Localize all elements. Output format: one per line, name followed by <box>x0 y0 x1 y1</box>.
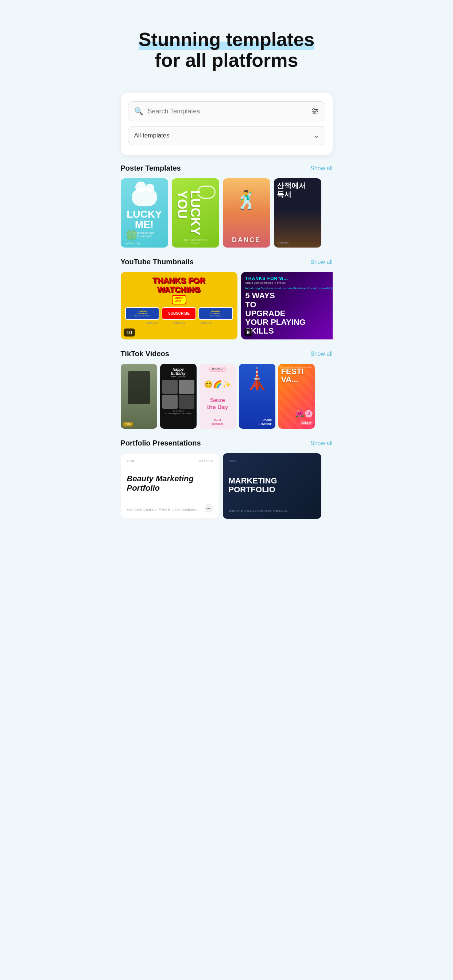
shamrock-icon: 🍀 <box>124 229 139 244</box>
youtube-section-title: YouTube Thumbnails <box>121 258 194 266</box>
eiffel-tower-icon: 🗼 <box>243 368 271 390</box>
poster-item-lucky-you[interactable]: LUCKYYOU 행운이 당신과 함께하길only you <box>172 178 219 248</box>
portfolio-beauty-sub: 뷰티 마케팅 포트폴리오 콘텐츠 등 다양한 포트폴리오를 담았습니다. <box>127 508 200 512</box>
tiktok-section: TikTok Videos Show all 🏷 클립 HappyBirthda… <box>113 341 340 430</box>
poster-item-lucky-me[interactable]: LUCKYME! May the fortunebe with you 🍀 st… <box>121 178 168 248</box>
poster-item-korean[interactable]: 산책에서독서 자연속에서 <box>274 178 321 248</box>
search-icon: 🔍 <box>134 107 144 116</box>
search-input[interactable] <box>148 108 307 115</box>
filter-button[interactable] <box>311 107 319 115</box>
poster-item-dance[interactable]: 🕺 DANCE <box>223 178 270 248</box>
youtube-section-header: YouTube Thumbnails Show all <box>121 258 333 266</box>
tiktok-section-header: TikTok Videos Show all <box>121 350 333 358</box>
portfolio-section-title: Portfolio Presentations <box>121 439 201 447</box>
yt-count-badge-2: 8 <box>244 328 253 337</box>
yt-item-gaming-1[interactable]: THANKS FORWATCHING MOREVIDS GAMINGCHANNE… <box>121 272 238 339</box>
search-bar[interactable]: 🔍 <box>128 101 325 121</box>
poster-section: Poster Templates Show all LUCKYME! May t… <box>113 155 340 249</box>
tiktok-show-all[interactable]: Show all <box>310 351 332 357</box>
object-shape <box>128 371 150 404</box>
poster-show-all[interactable]: Show all <box>310 165 332 172</box>
search-card: 🔍 All templates ⌄ <box>121 92 333 155</box>
youtube-grid: THANKS FORWATCHING MOREVIDS GAMINGCHANNE… <box>121 272 333 341</box>
youtube-show-all[interactable]: Show all <box>310 259 332 266</box>
yt-count-badge-1: 10 <box>124 328 135 337</box>
poster-grid: LUCKYME! May the fortunebe with you 🍀 st… <box>121 178 333 249</box>
tiktok-item-birthday[interactable]: HappyBirthday to the Happiest 09 05 2025… <box>160 364 196 429</box>
tiktok-item-nature[interactable]: 🏷 클립 <box>121 364 157 429</box>
flowers-icon: 🌺🌸 <box>295 409 313 418</box>
poster-section-header: Poster Templates Show all <box>121 164 333 172</box>
svg-point-4 <box>316 110 317 112</box>
dropdown-label: All templates <box>134 132 170 139</box>
hero-title: Stunning templates for all platforms <box>128 29 325 71</box>
portfolio-item-beauty[interactable]: 2020 KIM MIRI Beauty Marketing Portfolio… <box>121 453 219 519</box>
portfolio-item-marketing[interactable]: 20XX MARKETING PORTFOLIO 20XX 마케팅 포트폴리오 … <box>223 453 321 519</box>
svg-point-3 <box>313 109 314 110</box>
dance-figure-icon: 🕺 <box>235 189 258 210</box>
portfolio-show-all[interactable]: Show all <box>310 440 332 447</box>
portfolio-section: Portfolio Presentations Show all 2020 KI… <box>113 430 340 520</box>
portfolio-section-header: Portfolio Presentations Show all <box>121 439 333 447</box>
youtube-section: YouTube Thumbnails Show all THANKS FORWA… <box>113 249 340 341</box>
hero-section: Stunning templates for all platforms <box>113 0 340 85</box>
poster-section-title: Poster Templates <box>121 164 181 172</box>
portfolio-grid: 2020 KIM MIRI Beauty Marketing Portfolio… <box>121 453 333 520</box>
template-dropdown[interactable]: All templates ⌄ <box>128 126 325 145</box>
portfolio-beauty-icon: → <box>204 504 213 512</box>
tiktok-item-festival[interactable]: FESTIVA... 🌺🌸 SALE ≫ Choose to win summe… <box>278 364 315 429</box>
yt-item-gaming-2[interactable]: THANKS FOR W... Share your strategies in… <box>241 272 333 339</box>
tiktok-section-title: TikTok Videos <box>121 350 169 358</box>
tiktok-grid: 🏷 클립 HappyBirthday to the Happiest 09 05… <box>121 364 333 430</box>
svg-point-5 <box>313 112 315 114</box>
tiktok-item-paris[interactable]: 🗼 PARISFRANCE <box>239 364 275 429</box>
tiktok-item-seize[interactable]: NIGER ✓ 😊🌈✨ Seizethe Day Do URealize! <box>199 364 236 429</box>
chevron-down-icon: ⌄ <box>314 132 319 140</box>
